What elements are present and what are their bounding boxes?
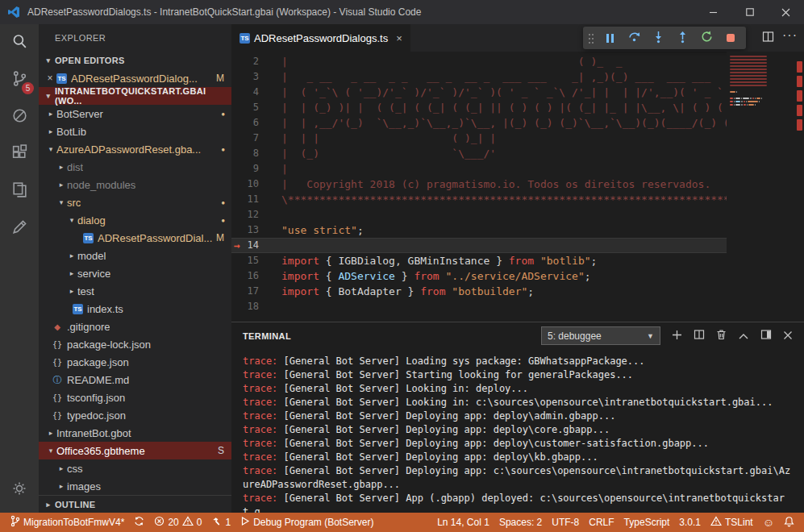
tree-item-botlib[interactable]: ▸BotLib (39, 123, 231, 140)
tree-item-package-lock-json[interactable]: {}package-lock.json (39, 335, 231, 353)
terminal-line: trace: [General Bot Server] Deploying ap… (243, 437, 793, 451)
tree-item-index-ts[interactable]: TSindex.ts (39, 300, 231, 318)
tree-item-adresetpassworddial[interactable]: TSADResetPasswordDial...M (39, 229, 231, 247)
terminal-tab[interactable]: TERMINAL (231, 331, 298, 341)
restart-button[interactable] (696, 28, 717, 48)
chevron-right-icon: ▸ (42, 501, 55, 509)
tree-item-service[interactable]: ▸service (39, 264, 231, 282)
bell-icon (784, 516, 794, 530)
maximize-button[interactable] (731, 0, 768, 24)
edit-activity-button[interactable] (0, 210, 39, 247)
indentation-item[interactable]: Spaces: 2 (494, 513, 547, 532)
git-branch-icon (10, 515, 20, 530)
open-editors-label: OPEN EDITORS (55, 56, 125, 65)
panel-layout-icon (760, 329, 772, 343)
split-editor-button[interactable] (762, 31, 774, 45)
debug-activity-button[interactable] (0, 98, 39, 135)
chevron-right-icon: ▸ (45, 110, 56, 118)
close-button[interactable] (768, 0, 804, 24)
tab-adresetpassworddialogs[interactable]: TS ADResetPasswordDialogs.ts × (231, 24, 410, 52)
tree-item-label: ADResetPasswordDial... (98, 232, 212, 244)
workspace-label: INTRANETBOTQUICKSTART.GBAI (WO... (55, 86, 231, 106)
open-editor-item[interactable]: × TS ADResetPasswordDialog... M (39, 69, 231, 87)
tree-item-package-json[interactable]: {}package.json (39, 353, 231, 371)
terminal-output[interactable]: trace: [General Bot Server] Loading sys … (231, 349, 804, 513)
linter-item[interactable]: TSLint (706, 513, 758, 532)
tree-item-intranetbot-gbot[interactable]: ▸IntranetBot.gbot (39, 424, 231, 442)
minimap[interactable] (727, 52, 773, 322)
chevron-down-icon: ▼ (647, 332, 654, 340)
tool-count-item[interactable]: 1 (206, 513, 235, 532)
code-line: 6| | ,__/'(_) `\__,_)`\__,_)`\__, |(_) (… (231, 115, 804, 131)
pause-button[interactable] (599, 28, 620, 48)
tree-item-gitignore[interactable]: ◆.gitignore (39, 318, 231, 335)
stop-button[interactable] (720, 28, 741, 48)
notifications-button[interactable] (779, 513, 799, 532)
tree-item-images[interactable]: ▸images (39, 477, 231, 495)
tree-item-dist[interactable]: ▸dist (39, 158, 231, 176)
terminal-selector[interactable]: 5: debuggee ▼ (541, 326, 660, 345)
sync-button[interactable] (129, 513, 149, 532)
code-editor[interactable]: 2| ( )_ _ |3| _ __ _ __ _ _ __ _ __ _ __… (231, 52, 804, 322)
minimize-button[interactable] (695, 0, 731, 24)
terminal-panel: TERMINAL 5: debuggee ▼ trace: (231, 322, 804, 513)
gitignore-file-icon: ◆ (52, 322, 63, 331)
ts-version-item[interactable]: 3.0.1 (674, 513, 706, 532)
drag-handle-icon[interactable] (588, 33, 594, 44)
pages-icon (10, 181, 29, 202)
window-controls (695, 0, 804, 24)
kill-terminal-button[interactable] (716, 329, 727, 343)
manage-button[interactable] (0, 471, 39, 508)
tree-item-label: package.json (67, 356, 129, 368)
split-terminal-button[interactable] (694, 329, 705, 343)
docs-activity-button[interactable] (0, 172, 39, 210)
toggle-panel-position-button[interactable] (760, 329, 772, 343)
more-actions-button[interactable]: ··· (782, 28, 798, 48)
restart-icon (700, 30, 714, 46)
extensions-activity-button[interactable] (0, 135, 39, 172)
close-icon[interactable]: × (44, 73, 56, 84)
close-panel-button[interactable] (783, 330, 793, 343)
tree-item-tsconfig-json[interactable]: {}tsconfig.json (39, 389, 231, 406)
line-number: 2 (231, 54, 269, 69)
tree-item-botserver[interactable]: ▸BotServer● (39, 105, 231, 123)
step-over-button[interactable] (623, 28, 644, 48)
source-control-activity-button[interactable]: 5 (0, 61, 39, 98)
encoding-item[interactable]: UTF-8 (547, 513, 584, 532)
tree-item-readme-md[interactable]: ⓘREADME.md (39, 371, 231, 389)
workspace-header[interactable]: ▾ INTRANETBOTQUICKSTART.GBAI (WO... (39, 87, 231, 105)
search-activity-button[interactable] (0, 24, 39, 61)
git-status-badge: M (216, 232, 224, 243)
tree-item-css[interactable]: ▸css (39, 459, 231, 477)
outline-header[interactable]: ▸ OUTLINE (39, 495, 231, 513)
language-item[interactable]: TypeScript (619, 513, 675, 532)
close-icon[interactable]: × (396, 32, 402, 44)
tree-item-src[interactable]: ▾src● (39, 193, 231, 211)
step-out-button[interactable] (672, 28, 693, 48)
editor-group: TS ADResetPasswordDialogs.ts × ··· (231, 24, 804, 513)
open-editors-header[interactable]: ▾ OPEN EDITORS (39, 52, 231, 69)
chevron-right-icon: ▸ (66, 269, 77, 277)
step-into-button[interactable] (648, 28, 669, 48)
debug-target-item[interactable]: Debug Program (BotServer) (235, 513, 378, 532)
step-over-icon (627, 30, 641, 46)
problems-item[interactable]: 20 0 (149, 513, 206, 532)
terminal-line: trace: [General Bot Server] Looking in: … (243, 396, 793, 409)
tree-item-office365-gbtheme[interactable]: ▾Office365.gbthemeS (39, 442, 231, 459)
overview-ruler[interactable] (773, 52, 804, 322)
tree-item-azureadpasswordreset-gba[interactable]: ▾AzureADPasswordReset.gba...● (39, 140, 231, 158)
cursor-position[interactable]: Ln 14, Col 1 (432, 513, 494, 532)
branch-name: MigrationToBotFmwV4* (23, 517, 124, 528)
tree-item-dialog[interactable]: ▾dialog● (39, 211, 231, 229)
tree-item-label: typedoc.json (67, 409, 126, 422)
feedback-button[interactable]: ☺ (758, 513, 779, 532)
new-terminal-button[interactable] (672, 330, 682, 343)
tree-item-label: BotServer (56, 108, 103, 120)
git-branch-item[interactable]: MigrationToBotFmwV4* (5, 513, 129, 532)
tree-item-node-modules[interactable]: ▸node_modules (39, 176, 231, 193)
maximize-panel-button[interactable] (738, 330, 749, 343)
tree-item-typedoc-json[interactable]: {}typedoc.json (39, 406, 231, 424)
tree-item-test[interactable]: ▸test (39, 282, 231, 300)
tree-item-model[interactable]: ▸model (39, 247, 231, 264)
eol-item[interactable]: CRLF (584, 513, 619, 532)
